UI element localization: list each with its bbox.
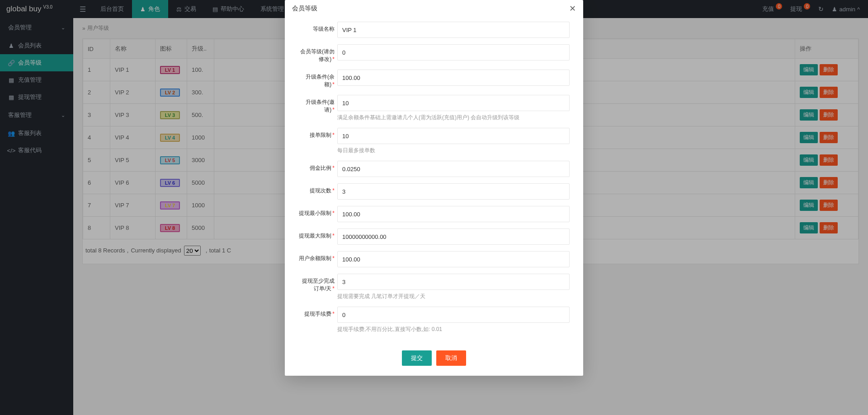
input-withdraw-count[interactable]: [337, 183, 570, 200]
help-up-invite: 满足余额条件基础上需邀请几个人(需为活跃(充值)用户) 会自动升级到该等级: [337, 114, 570, 121]
modal-title: 会员等级: [292, 5, 317, 13]
row-fee: 提现手续费* 提现手续费,不用百分比,直接写小数,如: 0.01: [298, 307, 570, 333]
input-withdraw-min[interactable]: [337, 206, 570, 222]
row-order-limit: 接单限制* 每日最多接单数: [298, 128, 570, 154]
input-min-orders[interactable]: [337, 274, 570, 290]
input-level[interactable]: [337, 44, 570, 61]
cancel-button[interactable]: 取消: [436, 350, 466, 366]
label-withdraw-count: 提现次数*: [298, 183, 337, 195]
input-up-balance[interactable]: [337, 70, 570, 86]
row-withdraw-count: 提现次数*: [298, 183, 570, 200]
label-up-balance: 升级条件(余额)*: [298, 70, 337, 89]
modal: 会员等级 ✕ 等级名称 会员等级(请勿修改)* 升级条件(余额)* 升级条件(邀…: [285, 0, 583, 376]
row-name: 等级名称: [298, 22, 570, 38]
help-fee: 提现手续费,不用百分比,直接写小数,如: 0.01: [337, 326, 570, 333]
row-up-invite: 升级条件(邀请)* 满足余额条件基础上需邀请几个人(需为活跃(充值)用户) 会自…: [298, 95, 570, 121]
input-balance-limit[interactable]: [337, 251, 570, 267]
row-balance-limit: 用户余额限制*: [298, 251, 570, 267]
label-withdraw-max: 提现最大限制*: [298, 228, 337, 240]
row-commission: 佣金比例*: [298, 161, 570, 177]
modal-footer: 提交 取消: [285, 343, 583, 376]
input-order-limit[interactable]: [337, 128, 570, 144]
row-withdraw-min: 提现最小限制*: [298, 206, 570, 222]
label-order-limit: 接单限制*: [298, 128, 337, 139]
submit-button[interactable]: 提交: [402, 350, 432, 366]
label-up-invite: 升级条件(邀请)*: [298, 95, 337, 114]
label-name: 等级名称: [298, 22, 337, 33]
label-fee: 提现手续费*: [298, 307, 337, 318]
row-withdraw-max: 提现最大限制*: [298, 228, 570, 245]
row-up-balance: 升级条件(余额)*: [298, 70, 570, 89]
label-withdraw-min: 提现最小限制*: [298, 206, 337, 217]
input-withdraw-max[interactable]: [337, 228, 570, 245]
row-min-orders: 提现至少完成订单/天* 提现需要完成 几笔订单才开提现／天: [298, 274, 570, 300]
input-fee[interactable]: [337, 307, 570, 323]
help-order-limit: 每日最多接单数: [337, 147, 570, 154]
input-name[interactable]: [337, 22, 570, 38]
help-min-orders: 提现需要完成 几笔订单才开提现／天: [337, 293, 570, 300]
row-level: 会员等级(请勿修改)*: [298, 44, 570, 63]
label-balance-limit: 用户余额限制*: [298, 251, 337, 262]
modal-body: 等级名称 会员等级(请勿修改)* 升级条件(余额)* 升级条件(邀请)* 满足余…: [285, 17, 583, 343]
label-min-orders: 提现至少完成订单/天*: [298, 274, 337, 293]
label-level: 会员等级(请勿修改)*: [298, 44, 337, 63]
input-up-invite[interactable]: [337, 95, 570, 111]
modal-header: 会员等级 ✕: [285, 0, 583, 17]
label-commission: 佣金比例*: [298, 161, 337, 172]
close-icon[interactable]: ✕: [569, 4, 576, 14]
input-commission[interactable]: [337, 161, 570, 177]
